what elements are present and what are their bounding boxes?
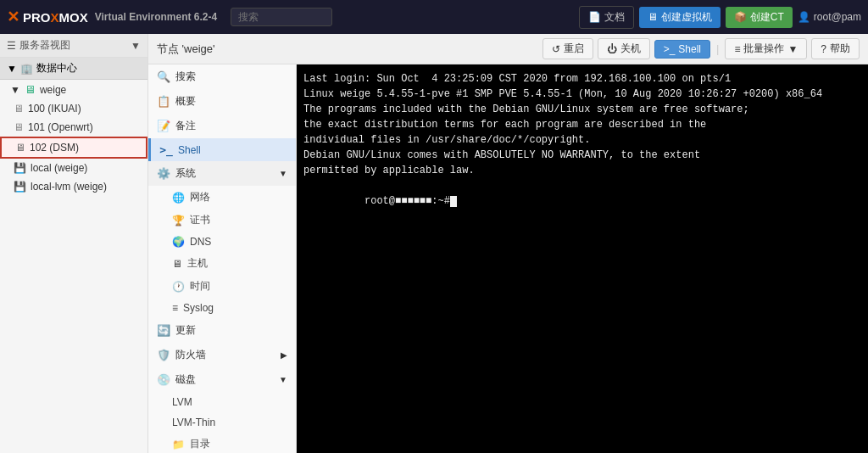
shell-icon: >_ [664, 43, 676, 55]
nav-item-host[interactable]: 🖥 主机 [148, 252, 296, 275]
nav-item-lvm-thin[interactable]: LVM-Thin [148, 412, 296, 433]
sidebar: ☰ 服务器视图 ▼ ▼ 🏢 数据中心 ▼ 🖥 weige 🖥 100 (IKUA… [0, 34, 148, 453]
nav-notes-label: 备注 [175, 119, 196, 133]
batch-ops-button[interactable]: ≡ 批量操作 ▼ [725, 38, 807, 59]
sidebar-item-vm101[interactable]: 🖥 101 (Openwrt) [0, 118, 147, 137]
nav-updates-label: 更新 [175, 323, 196, 338]
terminal-line-5: the exact distribution terms for each pr… [303, 117, 861, 132]
sidebar-item-vm102[interactable]: 🖥 102 (DSM) [0, 137, 147, 159]
sidebar-item-node[interactable]: ▼ 🖥 weige [0, 80, 147, 99]
terminal-line-8: Debian GNU/Linux comes with ABSOLUTELY N… [303, 148, 861, 163]
docs-button[interactable]: 📄 文档 [579, 6, 634, 29]
node-expand-icon: ▼ [10, 84, 20, 96]
create-ct-button[interactable]: 📦 创建CT [726, 7, 793, 28]
logo-text: PROXMOX [23, 10, 88, 25]
user-icon: 👤 [798, 11, 810, 23]
logo-x-icon: ✕ [7, 8, 19, 26]
sidebar-content: ▼ 🏢 数据中心 ▼ 🖥 weige 🖥 100 (IKUAI) 🖥 101 (… [0, 58, 147, 453]
nav-cert-label: 证书 [190, 213, 210, 227]
datacenter-label: 数据中心 [36, 61, 77, 76]
sidebar-item-local-lvm[interactable]: 💾 local-lvm (weige) [0, 177, 147, 196]
shutdown-icon: ⏻ [607, 43, 617, 55]
datacenter-header[interactable]: ▼ 🏢 数据中心 [0, 58, 147, 80]
local-lvm-label: local-lvm (weige) [31, 181, 107, 193]
system-expand-icon: ▼ [279, 169, 287, 178]
create-vm-button[interactable]: 🖥 创建虚拟机 [639, 7, 721, 28]
terminal-line-6: individual files in /usr/share/doc/*/cop… [303, 132, 861, 148]
sidebar-arrow-icon: ▼ [131, 40, 141, 52]
sidebar-item-local[interactable]: 💾 local (weige) [0, 159, 147, 177]
vm101-label: 101 (Openwrt) [28, 121, 93, 133]
nav-item-notes[interactable]: 📝 备注 [148, 114, 296, 138]
nav-firewall-label: 防火墙 [175, 348, 206, 362]
batch-chevron-icon: ▼ [787, 43, 798, 55]
terminal-prompt-line: root@■■■■■■:~# [303, 178, 861, 224]
vm100-label: 100 (IKUAI) [28, 103, 81, 115]
help-button[interactable]: ? 帮助 [811, 38, 860, 59]
search-container [231, 8, 332, 26]
shell-button[interactable]: >_ Shell [654, 40, 710, 59]
syslog-icon: ≡ [172, 302, 178, 314]
nav-summary-label: 概要 [175, 94, 196, 109]
dns-icon: 🌍 [172, 236, 185, 248]
sidebar-header: ☰ 服务器视图 ▼ [0, 34, 147, 58]
create-vm-icon: 🖥 [648, 11, 658, 23]
vm102-icon: 🖥 [15, 142, 25, 154]
nav-syslog-label: Syslog [183, 302, 214, 314]
firewall-icon: 🛡️ [157, 349, 170, 361]
help-icon: ? [821, 43, 826, 55]
topbar-right: 📄 文档 🖥 创建虚拟机 📦 创建CT 👤 root@pam [579, 6, 861, 29]
nav-item-summary[interactable]: 📋 概要 [148, 89, 296, 114]
datacenter-icon: ▼ [7, 63, 17, 75]
nav-item-disks[interactable]: 💿 磁盘 ▼ [148, 367, 296, 392]
nav-item-shell[interactable]: >_ Shell [148, 138, 296, 161]
content-split: 🔍 搜索 📋 概要 📝 备注 >_ Shell ⚙️ 系统 [148, 64, 868, 453]
host-icon: 🖥 [172, 258, 182, 270]
terminal-panel[interactable]: Last login: Sun Oct 4 23:25:09 CST 2020 … [297, 64, 868, 453]
system-nav-icon: ⚙️ [157, 167, 170, 180]
separator: | [715, 42, 721, 55]
nav-item-system[interactable]: ⚙️ 系统 ▼ [148, 161, 296, 186]
topbar: ✕ PROXMOX Virtual Environment 6.2-4 📄 文档… [0, 0, 868, 34]
network-icon: 🌐 [172, 192, 185, 204]
datacenter-icon2: 🏢 [20, 63, 33, 75]
terminal-line-2: Linux weige 5.4.55-1-pve #1 SMP PVE 5.4.… [303, 87, 861, 102]
user-info: 👤 root@pam [798, 11, 861, 23]
nav-item-firewall[interactable]: 🛡️ 防火墙 ▶ [148, 343, 296, 367]
updates-icon: 🔄 [157, 324, 170, 337]
nav-panel: 🔍 搜索 📋 概要 📝 备注 >_ Shell ⚙️ 系统 [148, 64, 297, 453]
node-header: 节点 'weige' ↺ 重启 ⏻ 关机 >_ Shell | ≡ 批量操作 [148, 34, 868, 64]
shell-nav-icon: >_ [159, 143, 173, 156]
nav-item-time[interactable]: 🕐 时间 [148, 275, 296, 298]
local-lvm-icon: 💾 [14, 181, 26, 193]
nav-item-updates[interactable]: 🔄 更新 [148, 318, 296, 343]
search-input[interactable] [231, 8, 332, 26]
nav-disks-label: 磁盘 [175, 372, 196, 387]
time-icon: 🕐 [172, 281, 185, 293]
node-label: weige [40, 84, 66, 96]
logo: ✕ PROXMOX Virtual Environment 6.2-4 [7, 8, 217, 26]
restart-button[interactable]: ↺ 重启 [542, 38, 593, 59]
vm100-icon: 🖥 [14, 103, 24, 115]
nav-item-dns[interactable]: 🌍 DNS [148, 232, 296, 252]
create-ct-icon: 📦 [734, 11, 747, 23]
nav-item-directory[interactable]: 📁 目录 [148, 433, 296, 453]
shutdown-button[interactable]: ⏻ 关机 [598, 38, 650, 59]
nav-dns-label: DNS [190, 236, 211, 248]
app-subtitle: Virtual Environment 6.2-4 [95, 11, 218, 23]
nav-item-cert[interactable]: 🏆 证书 [148, 209, 296, 232]
nav-item-lvm[interactable]: LVM [148, 392, 296, 412]
nav-item-search[interactable]: 🔍 搜索 [148, 64, 296, 89]
nav-item-network[interactable]: 🌐 网络 [148, 186, 296, 209]
nav-shell-label: Shell [178, 144, 201, 156]
terminal-cursor [450, 196, 457, 207]
nav-item-syslog[interactable]: ≡ Syslog [148, 298, 296, 318]
local-icon: 💾 [14, 162, 26, 174]
restart-icon: ↺ [552, 43, 560, 55]
main-layout: ☰ 服务器视图 ▼ ▼ 🏢 数据中心 ▼ 🖥 weige 🖥 100 (IKUA… [0, 34, 868, 453]
nav-lvm-thin-label: LVM-Thin [172, 417, 215, 428]
sidebar-item-vm100[interactable]: 🖥 100 (IKUAI) [0, 99, 147, 118]
sidebar-view-icon: ☰ [7, 40, 16, 52]
nav-system-label: 系统 [175, 166, 196, 181]
vm102-label: 102 (DSM) [30, 142, 79, 154]
